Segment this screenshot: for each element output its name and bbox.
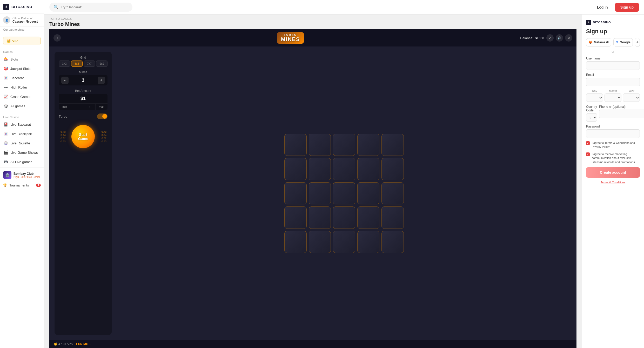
crash-games-icon: 📈	[3, 94, 8, 99]
bet-max-button[interactable]: max	[96, 104, 108, 110]
google-button[interactable]: G Google	[613, 38, 633, 46]
vip-button[interactable]: 👑 VIP	[3, 37, 41, 45]
sidebar-item-slots[interactable]: 🎰 Slots	[0, 55, 44, 64]
phone-input[interactable]	[599, 110, 644, 118]
mine-cell[interactable]	[309, 206, 331, 229]
game-controls-right: Balance: $1000 ⤢ 🔊 ⚙	[520, 34, 572, 42]
bc-brand: BITCASINO	[593, 21, 611, 24]
mine-cell[interactable]	[333, 231, 355, 253]
mine-cell[interactable]	[357, 134, 380, 156]
game-back-arrow[interactable]: ‹	[53, 34, 61, 42]
mine-cell[interactable]	[357, 158, 380, 180]
game-right-panel	[112, 52, 571, 335]
terms-checkbox[interactable]: ✓	[586, 141, 590, 145]
day-select[interactable]	[586, 93, 603, 102]
mine-cell[interactable]	[284, 231, 307, 253]
email-label: Email	[586, 73, 640, 77]
sidebar-item-baccarat[interactable]: 🃏 Baccarat	[0, 73, 44, 83]
month-select[interactable]	[605, 93, 621, 102]
search-box[interactable]: 🔍	[49, 3, 132, 12]
sidebar-item-live-blackjack[interactable]: 🃏 Live Blackjack	[0, 129, 44, 138]
bombay-club-item[interactable]: 🏛️ Bombay Club High Roller Live Dealer	[0, 169, 44, 181]
mine-cell[interactable]	[357, 231, 380, 253]
marketing-checkbox[interactable]: ✓	[586, 152, 590, 156]
username-input[interactable]	[586, 61, 640, 70]
search-input[interactable]	[61, 5, 128, 9]
tournaments-item[interactable]: 🏆 Tournaments 1	[0, 181, 44, 189]
logo-area[interactable]: ₿ BITCASINO	[0, 0, 44, 14]
grid-3x3[interactable]: 3x3	[59, 61, 70, 67]
grid-9x9[interactable]: 9x9	[96, 61, 108, 67]
game-logo: TURBO MINES	[277, 32, 304, 44]
username-field: Username	[586, 57, 640, 70]
mine-cell[interactable]	[284, 206, 307, 229]
settings-button[interactable]: ⚙	[565, 34, 572, 42]
or-divider: or	[586, 50, 640, 53]
create-account-button[interactable]: Create account	[586, 167, 640, 178]
topbar: 🔍 Log in Sign up	[44, 0, 644, 15]
mine-cell[interactable]	[381, 134, 404, 156]
email-field-group: Email	[586, 73, 640, 86]
bet-decrease-button[interactable]: -	[71, 104, 83, 110]
mine-cell[interactable]	[284, 134, 307, 156]
mine-cell[interactable]	[333, 158, 355, 180]
sidebar-item-live-game-shows[interactable]: 🎬 Live Game Shows	[0, 148, 44, 157]
grid-7x7[interactable]: 7x7	[84, 61, 95, 67]
mine-cell[interactable]	[284, 182, 307, 205]
mine-cell[interactable]	[381, 231, 404, 253]
bet-increase-button[interactable]: +	[83, 104, 96, 110]
metamask-button[interactable]: 🦊 Metamask	[586, 38, 611, 46]
breadcrumb: TURBO GAMES	[44, 15, 582, 21]
sidebar-item-crash-games[interactable]: 📈 Crash Games	[0, 92, 44, 101]
turbo-toggle[interactable]	[97, 113, 108, 119]
login-button[interactable]: Log in	[593, 3, 612, 11]
sidebar-item-live-roulette[interactable]: 🎡 Live Roulette	[0, 138, 44, 148]
mine-cell[interactable]	[309, 158, 331, 180]
mine-cell[interactable]	[333, 134, 355, 156]
start-game-button[interactable]: Start Game	[71, 125, 95, 148]
mine-cell[interactable]	[333, 182, 355, 205]
marketing-checkbox-row[interactable]: ✓ I agree to receive marketing communica…	[586, 152, 640, 164]
game-logo-text: TURBO MINES	[277, 32, 304, 44]
year-select[interactable]	[623, 93, 640, 102]
grid-options: 3x3 5x5 7x7 9x9	[59, 61, 108, 67]
terms-link[interactable]: Terms & Conditions	[586, 181, 640, 184]
sidebar-item-all-games[interactable]: 🎲 All games	[0, 101, 44, 111]
fullscreen-button[interactable]: ⤢	[546, 34, 554, 42]
grid-5x5[interactable]: 5x5	[71, 61, 83, 67]
sound-button[interactable]: 🔊	[556, 34, 563, 42]
mine-cell[interactable]	[284, 158, 307, 180]
mine-cell[interactable]	[309, 231, 331, 253]
mine-cell[interactable]	[357, 206, 380, 229]
mine-cell[interactable]	[309, 182, 331, 205]
turbo-label: Turbo	[59, 115, 67, 118]
mine-cell[interactable]	[309, 134, 331, 156]
partner-area: 👤 Official Partner of Cassper Nyovest	[0, 14, 44, 26]
mine-cell[interactable]	[381, 158, 404, 180]
sidebar-item-jackpot-slots[interactable]: 🎯 Jackpot Slots	[0, 64, 44, 73]
more-social-button[interactable]: +	[635, 38, 640, 47]
password-input[interactable]	[586, 129, 640, 138]
signup-button[interactable]: Sign up	[615, 3, 639, 12]
email-input[interactable]	[586, 78, 640, 86]
country-code-select[interactable]: ES (+34)	[586, 113, 597, 122]
search-icon: 🔍	[53, 5, 59, 10]
live-roulette-icon: 🎡	[3, 140, 8, 146]
sidebar-item-high-roller[interactable]: 〰️ High Roller	[0, 83, 44, 92]
partnerships-link[interactable]: Our partnerships	[0, 26, 44, 34]
signup-header: ₿ BITCASINO	[586, 20, 640, 25]
mine-cell[interactable]	[381, 206, 404, 229]
mine-cell[interactable]	[381, 182, 404, 205]
signup-panel: ₿ BITCASINO Sign up 🦊 Metamask G Google …	[582, 15, 644, 348]
terms-checkbox-row[interactable]: ✓ I agree to Terms & Conditions and Priv…	[586, 141, 640, 149]
username-label: Username	[586, 57, 640, 60]
mines-increase-button[interactable]: +	[98, 77, 105, 84]
bet-min-button[interactable]: min	[59, 104, 71, 110]
mines-decrease-button[interactable]: -	[61, 77, 69, 84]
game-frame: ‹ TURBO MINES Balance: $1000 ⤢ 🔊	[49, 29, 576, 348]
mine-cell[interactable]	[357, 182, 380, 205]
sidebar-item-live-baccarat[interactable]: 🎴 Live Baccarat	[0, 120, 44, 129]
sidebar-item-all-live-games[interactable]: 🎮 All Live games	[0, 157, 44, 166]
mines-control: - 3 +	[59, 75, 108, 85]
mine-cell[interactable]	[333, 206, 355, 229]
